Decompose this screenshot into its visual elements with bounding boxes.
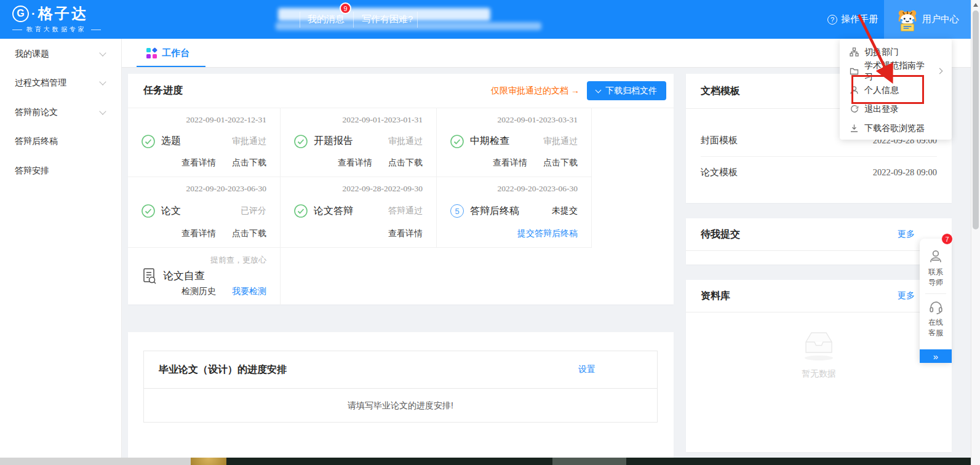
sidebar-item-defense-schedule[interactable]: 答辩安排: [0, 156, 121, 186]
contact-advisor-button[interactable]: 联系导师: [927, 248, 944, 288]
chevron-right-icon: [937, 68, 943, 74]
person-icon: [928, 248, 944, 264]
task-date: 2022-09-01-2022-12-31: [141, 115, 266, 125]
view-details-link[interactable]: 查看详情: [388, 228, 423, 238]
background-window-emblem: [191, 458, 226, 465]
task-status: 未提交: [552, 205, 578, 217]
step-number-badge: 5: [450, 204, 464, 218]
task-date: 2022-09-01-2023-03-31: [450, 115, 578, 125]
start-check-link[interactable]: 我要检测: [232, 286, 266, 296]
user-center-label: 用户中心: [922, 14, 959, 25]
check-circle-icon: [294, 135, 308, 148]
divider: [925, 293, 946, 294]
view-details-link[interactable]: 查看详情: [181, 157, 216, 167]
background-window-strip: [0, 458, 191, 465]
download-icon: [850, 124, 859, 133]
logo-title: 格子达: [38, 4, 88, 23]
sidebar-item-process-docs[interactable]: 过程文档管理: [0, 69, 121, 98]
check-circle-icon: [141, 204, 155, 218]
logo-g-icon: G: [12, 6, 29, 22]
sidebar: 我的课题 过程文档管理 答辩前论文 答辩后终稿 答辩安排: [0, 39, 122, 458]
task-cell-midterm: 2022-09-01-2023-03-31 中期检查 审批通过 查看详情 点击下…: [437, 108, 592, 177]
view-details-link[interactable]: 查看详情: [493, 157, 527, 167]
task-name: 论文: [161, 205, 181, 218]
menu-item-download-chrome[interactable]: 下载谷歌浏览器: [840, 119, 952, 138]
task-cell-topic: 2022-09-01-2022-12-31 选题 审批通过 查看详情 点击下载: [128, 108, 281, 177]
task-name: 中期检查: [470, 135, 509, 148]
task-cell-final-draft: 2022-09-20-2023-06-30 5 答辩后终稿 未提交 提交答辩后终…: [437, 177, 592, 248]
download-link[interactable]: 点击下载: [543, 157, 578, 167]
self-check-hint: 提前查，更放心: [141, 255, 266, 266]
task-name: 开题报告: [314, 135, 353, 148]
logo-tagline: 教育大数据专家: [12, 25, 129, 34]
app-logo[interactable]: G · 格子达 教育大数据专家: [12, 4, 129, 36]
self-check-cell: 提前查，更放心 论文自查 检测历史 我要检测: [128, 248, 281, 305]
chevron-down-icon: [99, 49, 106, 56]
template-row-thesis[interactable]: 论文模板 2022-09-28 09:00: [701, 156, 937, 188]
nav-writing-help[interactable]: 写作有困难?: [362, 0, 413, 39]
empty-box-icon: [799, 328, 839, 361]
view-details-link[interactable]: 查看详情: [338, 157, 372, 167]
download-link[interactable]: 点击下载: [388, 157, 423, 167]
submit-final-draft-link[interactable]: 提交答辩后终稿: [517, 228, 578, 238]
annotation-arrow: [854, 11, 898, 85]
task-grid: 2022-09-01-2022-12-31 选题 审批通过 查看详情 点击下载 …: [128, 108, 674, 304]
app-screen: G · 格子达 教育大数据专家 我的消息 9 写作有困难? ? 操作手册: [0, 0, 980, 465]
download-link[interactable]: 点击下载: [232, 228, 266, 238]
sidebar-item-my-topics[interactable]: 我的课题: [0, 39, 121, 69]
library-panel: 资料库 更多 暂无数据: [686, 280, 952, 452]
messages-count-badge: 9: [340, 2, 351, 14]
nav-messages[interactable]: 我的消息: [308, 0, 345, 39]
view-details-link[interactable]: 查看详情: [181, 228, 216, 238]
task-date: 2022-09-01-2023-01-31: [294, 115, 423, 125]
pending-more-link[interactable]: 更多: [898, 229, 915, 240]
sidebar-item-post-defense-final[interactable]: 答辩后终稿: [0, 127, 121, 157]
check-history-link[interactable]: 检测历史: [181, 286, 216, 296]
archive-notice: 仅限审批通过的文档 →: [491, 85, 580, 97]
task-status: 审批通过: [543, 136, 578, 147]
floating-help-widget: 7 联系导师 在线客服 »: [920, 239, 952, 363]
task-cell-defense: 2022-09-28-2022-09-30 论文答辩 答辩通过 查看详情: [281, 177, 437, 248]
task-date: 2022-09-20-2023-06-30: [450, 184, 578, 194]
logout-icon: [850, 105, 859, 114]
task-name: 答辩后终稿: [470, 205, 519, 218]
download-archive-button[interactable]: 下载归档文件: [587, 81, 666, 100]
schedule-settings-link[interactable]: 设置: [578, 364, 596, 375]
download-link[interactable]: 点击下载: [232, 157, 266, 167]
self-check-name: 论文自查: [163, 269, 205, 283]
tab-workbench[interactable]: 工作台: [137, 39, 199, 67]
chevron-down-icon: [596, 87, 602, 93]
online-service-button[interactable]: 在线客服: [927, 300, 944, 338]
library-empty-state: 暂无数据: [686, 328, 952, 380]
background-window-strip: [552, 458, 626, 465]
scroll-up-arrow[interactable]: [973, 3, 978, 7]
panel-title: 任务进度: [143, 84, 183, 97]
headset-icon: [928, 300, 944, 315]
double-chevron-right-icon: »: [933, 351, 938, 362]
pending-title: 待我提交: [701, 228, 740, 241]
page-scrollbar: [971, 0, 980, 465]
check-circle-icon: [141, 135, 155, 148]
logo-separator: ·: [31, 7, 36, 21]
header-divider: [417, 12, 418, 28]
schedule-box: 毕业论文（设计）的进度安排 设置 请填写毕业论文的进度安排!: [143, 351, 658, 423]
pending-submissions-panel: 待我提交 更多: [686, 218, 952, 264]
check-circle-icon: [450, 135, 464, 148]
background-window-strip: [626, 458, 980, 465]
notification-badge: 7: [941, 233, 953, 245]
library-title: 资料库: [701, 290, 730, 303]
header-divider: [300, 12, 300, 28]
task-cell-proposal: 2022-09-01-2023-01-31 开题报告 审批通过 查看详情 点击下…: [281, 108, 437, 177]
collapse-widget-button[interactable]: »: [920, 349, 952, 363]
task-cell-thesis: 2022-09-20-2023-06-30 论文 已评分 查看详情 点击下载: [128, 177, 281, 248]
task-status: 答辩通过: [388, 205, 423, 217]
sidebar-item-pre-defense-thesis[interactable]: 答辩前论文: [0, 98, 121, 127]
document-search-icon: [141, 268, 157, 284]
task-status: 审批通过: [232, 136, 266, 147]
library-more-link[interactable]: 更多: [898, 290, 915, 301]
task-status: 已评分: [241, 205, 266, 217]
template-date: 2022-09-28 09:00: [873, 167, 937, 178]
scrollbar-thumb[interactable]: [973, 10, 979, 229]
tagline-dash-left: [12, 30, 22, 30]
schedule-panel: 毕业论文（设计）的进度安排 设置 请填写毕业论文的进度安排!: [128, 332, 674, 458]
